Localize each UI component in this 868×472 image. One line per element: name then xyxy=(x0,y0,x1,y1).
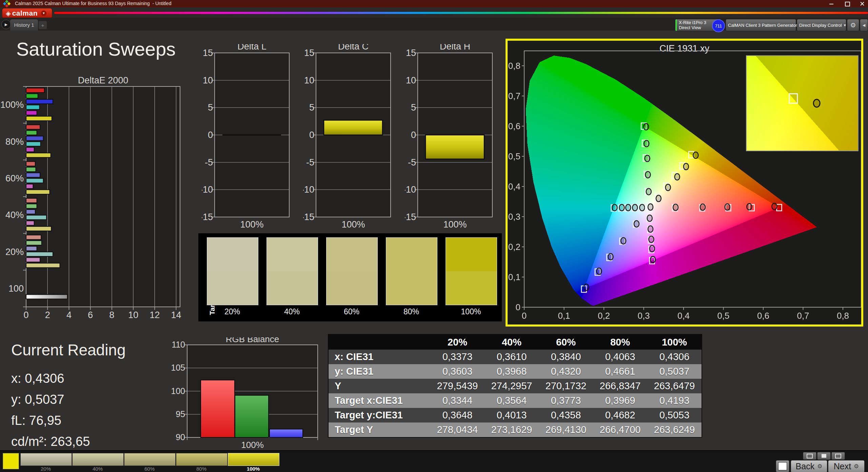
current-reading-title: Current Reading xyxy=(11,341,126,359)
table-row: Target x:CIE310,33440,35640,37730,39690,… xyxy=(329,393,702,408)
table-cell: 266,8347 xyxy=(593,380,647,392)
bottom-bar: 20%40%60%80%100% Back ⚙ Next ⚙ xyxy=(0,450,868,472)
table-cell: 0,4682 xyxy=(593,410,647,421)
axis-label: -15 xyxy=(202,212,213,222)
bar-green-20% xyxy=(26,241,42,245)
table-header-row: 20%40%60%80%100% xyxy=(329,335,702,350)
table-cell: 278,0434 xyxy=(430,424,485,435)
pattern-window-button[interactable] xyxy=(776,460,789,472)
axis-label: 0,8 xyxy=(508,61,520,71)
display-window-button[interactable] xyxy=(803,452,816,460)
table-cell: 274,2957 xyxy=(485,380,539,392)
settings-button[interactable]: ⚙ xyxy=(847,19,859,31)
axis-label: 90 xyxy=(176,432,185,442)
maximize-button[interactable] xyxy=(842,0,852,7)
pattern-swatch-80%[interactable] xyxy=(176,453,228,466)
close-button[interactable] xyxy=(857,0,867,7)
axis-label: Delta H xyxy=(440,44,470,52)
bar-yellow xyxy=(324,120,382,135)
axis-label: 10 xyxy=(406,75,416,85)
gear-icon: ⚙ xyxy=(817,463,822,470)
collapse-toolbar-button[interactable]: ◀ xyxy=(860,19,868,31)
axis-label: 0,4 xyxy=(508,181,520,192)
table-row: y: CIE310,36030,39680,43200,46610,5037 xyxy=(329,364,702,379)
table-cell: 279,5439 xyxy=(430,380,485,392)
axis-label: 20% xyxy=(5,247,24,257)
back-button[interactable]: Back ⚙ xyxy=(791,460,827,472)
calman-menu-button[interactable]: ◈ calman ▼ xyxy=(2,8,52,18)
table-cell: 273,1629 xyxy=(485,424,539,435)
add-tab-button[interactable]: + xyxy=(39,21,47,29)
pattern-swatch-label: 40% xyxy=(72,466,123,472)
target-swatch xyxy=(446,271,497,305)
table-cell: 0,3648 xyxy=(430,410,485,421)
actual-target-swatch-20% xyxy=(207,237,258,305)
table-cell: 0,4661 xyxy=(593,366,647,377)
table-cell: 0,4358 xyxy=(539,410,593,421)
pattern-generator-dropdown[interactable]: CalMAN Client 3 Pattern Generator ▼ xyxy=(726,19,796,31)
chevron-left-icon: ◀ xyxy=(863,23,865,27)
axis-label: 100% xyxy=(240,219,263,230)
table-cell: 263,6249 xyxy=(647,424,702,435)
table-cell: 0,3968 xyxy=(485,366,539,377)
pattern-swatch-label: 80% xyxy=(176,466,227,472)
reading-cdm2: cd/m²: 263,65 xyxy=(11,431,126,452)
display-control-name: Direct Display Control xyxy=(799,23,842,28)
meter-mode: Direct View xyxy=(679,25,706,30)
toolbar: ▶ History 1 + X-Rite i1Pro 3 Direct View… xyxy=(0,18,868,31)
gear-icon: ⚙ xyxy=(850,21,856,29)
table-row: Target Y278,0434273,1629269,4130266,4700… xyxy=(329,422,702,437)
axis-label: DeltaE 2000 xyxy=(78,75,129,85)
axis-label: 100 xyxy=(171,386,185,396)
row-label: x: CIE31 xyxy=(329,351,430,362)
actual-target-swatch-60% xyxy=(326,237,378,305)
bar-yellow-100% xyxy=(26,116,52,121)
meter-count-badge[interactable]: 711 xyxy=(712,19,725,32)
row-label: y: CIE31 xyxy=(329,366,430,377)
pattern-swatch-100%[interactable] xyxy=(228,453,279,466)
bar-blue-60% xyxy=(26,173,40,177)
axis-label: 40% xyxy=(5,210,24,220)
actual-swatch xyxy=(327,238,377,271)
bar-blue xyxy=(270,429,303,437)
table-cell: 0,4013 xyxy=(485,410,539,421)
target-swatch xyxy=(327,271,377,305)
axis-label: 110 xyxy=(172,340,185,349)
history-panel-toggle[interactable]: ▶ xyxy=(1,20,11,29)
axis-label: 15 xyxy=(406,48,416,58)
delta-l-chart: 151050-5-10-15Delta L100% xyxy=(202,44,293,230)
reading-fl: fL: 76,95 xyxy=(11,410,126,431)
bar-blue-80% xyxy=(26,136,43,140)
pattern-swatch-20%[interactable] xyxy=(20,453,72,466)
target-swatch xyxy=(267,271,318,305)
minimize-button[interactable] xyxy=(827,0,836,7)
actual-swatch xyxy=(446,238,497,271)
bar-cyan-60% xyxy=(26,178,43,183)
axis-label: 100% xyxy=(443,219,467,230)
cie-1931-panel: CIE 1931 xy 00,10,20,30,40,50,60,70,800,… xyxy=(506,39,863,327)
print-button[interactable] xyxy=(831,452,845,460)
chevron-down-icon: ▼ xyxy=(843,23,847,27)
axis-label: -10 xyxy=(303,184,314,195)
tab-history-1[interactable]: History 1 xyxy=(10,19,38,31)
display-control-dropdown[interactable]: Direct Display Control ▼ xyxy=(797,19,846,31)
titlebar: Calman 2025 Calman Ultimate for Business… xyxy=(0,0,868,7)
table-cell: 266,4700 xyxy=(593,424,647,435)
axis-label: 5 xyxy=(208,102,213,113)
row-label: Target x:CIE31 xyxy=(329,395,430,406)
pattern-swatch-60%[interactable] xyxy=(124,453,176,466)
bar-cyan-80% xyxy=(26,142,41,146)
axis-label: 12 xyxy=(150,310,160,320)
axis-label: 0 xyxy=(516,302,520,312)
axis-label: 0 xyxy=(522,311,527,321)
table-cell: 263,6479 xyxy=(647,380,702,392)
maximize-icon xyxy=(845,2,850,6)
report-button[interactable] xyxy=(817,452,831,460)
axis-label: 0,1 xyxy=(558,311,570,321)
axis-label: 0,2 xyxy=(598,311,610,321)
pattern-swatch-40%[interactable] xyxy=(72,453,124,466)
bar-blue-40% xyxy=(26,210,35,214)
next-button[interactable]: Next ⚙ xyxy=(828,460,865,472)
axis-label: 6 xyxy=(88,310,93,320)
table-cell: 0,5037 xyxy=(647,366,702,377)
